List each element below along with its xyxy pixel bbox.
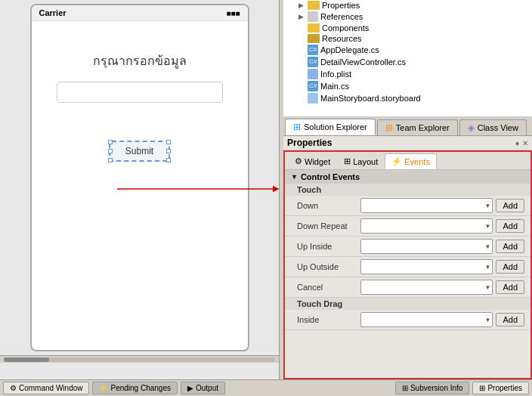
folder-icon [308,1,320,10]
simulator-panel: Carrier ■■■ กรุณากรอกข้อมูล Submit [0,0,280,379]
components-folder-icon [308,23,320,32]
team-explorer-icon: ⊞ [385,122,393,133]
tree-item-resources[interactable]: Resources [283,33,532,44]
dropdown-arrow-cancel: ▼ [485,284,491,291]
command-window-icon: ⚙ [10,384,17,392]
pending-changes-icon: ⚡ [99,384,108,392]
scrollbar-track [4,357,275,362]
resize-handle-tl[interactable] [108,140,113,144]
event-dropdown-up-outside[interactable]: ▼ [360,259,493,274]
phone-content: กรุณากรอกข้อมูล Submit [32,21,248,177]
touch-drag-subsection-header: Touch Drag [285,298,530,310]
tab-team-explorer[interactable]: ⊞ Team Explorer [377,119,458,135]
thai-label: กรุณากรอกข้อมูล [93,51,187,70]
control-events-section: ▼ Control Events Touch Down ▼ Add [285,170,530,378]
add-button-down-repeat[interactable]: Add [496,219,524,233]
properties-title: Properties [287,138,332,148]
status-tab-command-window[interactable]: ⚙ Command Window [3,382,89,394]
resize-handle-tr[interactable] [166,140,171,144]
tree-item-main-cs[interactable]: C# Main.cs [283,80,532,92]
events-icon: ⚡ [391,156,402,166]
add-button-inside[interactable]: Add [496,313,524,326]
phone-input-field[interactable] [57,82,223,103]
event-dropdown-cancel[interactable]: ▼ [360,280,493,295]
event-dropdown-inside[interactable]: ▼ [360,312,493,327]
dropdown-arrow-inside: ▼ [485,317,491,323]
carrier-label: Carrier [39,8,66,17]
properties-controls: ♦ ✕ [515,139,528,147]
event-dropdown-down-repeat[interactable]: ▼ [360,218,493,234]
tree-item-info-plist[interactable]: Info.plist [283,68,532,80]
class-view-icon: ◈ [468,122,475,133]
references-icon [308,11,318,22]
properties-status-icon: ⊞ [479,384,485,392]
phone-statusbar: Carrier ■■■ [32,5,248,21]
tab-solution-explorer[interactable]: ⊞ Solution Explorer [285,119,376,135]
event-row-up-outside: Up Outside ▼ Add [285,257,530,277]
status-tab-pending-changes[interactable]: ⚡ Pending Changes [92,382,178,394]
right-panel: ▶ Properties ▶ References Components [283,0,532,379]
pin-button[interactable]: ♦ [515,139,519,147]
resources-folder-icon [308,34,320,43]
event-dropdown-up-inside[interactable]: ▼ [360,239,493,254]
tab-class-view[interactable]: ◈ Class View [459,119,527,135]
properties-bordered-area: ⚙ Widget ⊞ Layout ⚡ Events ▼ [283,150,532,379]
properties-header: Properties ♦ ✕ [283,136,532,150]
scrollbar-thumb[interactable] [4,357,49,362]
tree-item-appdelegate[interactable]: C# AppDelegate.cs [283,44,532,56]
tree-item-mainstoryboard[interactable]: MainStoryboard.storyboard [283,92,532,104]
tab-layout[interactable]: ⊞ Layout [337,153,385,169]
event-row-down: Down ▼ Add [285,196,530,216]
tab-events[interactable]: ⚡ Events [385,153,437,169]
expand-icon-ref[interactable]: ▶ [298,13,308,20]
cs-icon-appdelegate: C# [308,45,318,55]
event-row-cancel: Cancel ▼ Add [285,277,530,298]
cs-icon-detail: C# [308,57,318,67]
event-row-down-repeat: Down Repeat ▼ Add [285,216,530,237]
status-tab-output[interactable]: ▶ Output [181,382,225,394]
tab-widget[interactable]: ⚙ Widget [288,153,337,169]
close-button[interactable]: ✕ [522,139,528,147]
add-button-up-inside[interactable]: Add [496,240,524,253]
add-button-down[interactable]: Add [496,199,524,212]
dropdown-arrow-down-repeat: ▼ [485,223,491,230]
dropdown-arrow-up-outside: ▼ [485,264,491,271]
resize-handle-br[interactable] [166,158,171,162]
event-row-inside: Inside ▼ Add [285,310,530,330]
battery-icon: ■■■ [226,9,240,17]
event-row-up-inside: Up Inside ▼ Add [285,237,530,257]
cs-icon-main: C# [308,81,318,91]
touch-subsection-header: Touch [285,184,530,196]
explorer-tab-bar: ⊞ Solution Explorer ⊞ Team Explorer ◈ Cl… [283,117,532,136]
expand-icon[interactable]: ▶ [298,2,308,9]
tree-item-components[interactable]: Components [283,23,532,33]
add-button-cancel[interactable]: Add [496,280,524,294]
widget-icon: ⚙ [295,156,302,166]
tree-item-detailviewcontroller[interactable]: C# DetailViewController.cs [283,56,532,68]
simulator-scrollbar[interactable] [0,355,279,363]
event-dropdown-down[interactable]: ▼ [360,198,493,213]
output-icon: ▶ [187,384,193,392]
tree-item-properties[interactable]: ▶ Properties [283,0,532,11]
resize-handle-bl[interactable] [108,158,113,162]
properties-panel: Properties ♦ ✕ ⚙ Widget ⊞ Layout [283,136,532,379]
resize-handle-ml[interactable] [108,149,113,153]
submit-button[interactable]: Submit [109,141,170,162]
resize-handle-mr[interactable] [166,149,171,153]
sb-icon [308,93,318,104]
simulator-phone: Carrier ■■■ กรุณากรอกข้อมูล Submit [30,4,249,351]
status-bar: ⚙ Command Window ⚡ Pending Changes ▶ Out… [0,379,532,396]
status-tab-subversion[interactable]: ⊞ Subversion Info [395,382,470,394]
properties-tabs: ⚙ Widget ⊞ Layout ⚡ Events [285,152,530,170]
dropdown-arrow-down: ▼ [485,203,491,209]
dropdown-arrow-up-inside: ▼ [485,243,491,250]
section-toggle-icon: ▼ [291,173,298,181]
section-header-control-events[interactable]: ▼ Control Events [285,170,530,184]
solution-explorer: ▶ Properties ▶ References Components [283,0,532,117]
tree-item-references[interactable]: ▶ References [283,11,532,23]
status-tab-properties[interactable]: ⊞ Properties [472,382,529,394]
plist-icon [308,69,318,79]
subversion-icon: ⊞ [402,384,408,392]
add-button-up-outside[interactable]: Add [496,260,524,274]
solution-explorer-icon: ⊞ [293,122,301,132]
